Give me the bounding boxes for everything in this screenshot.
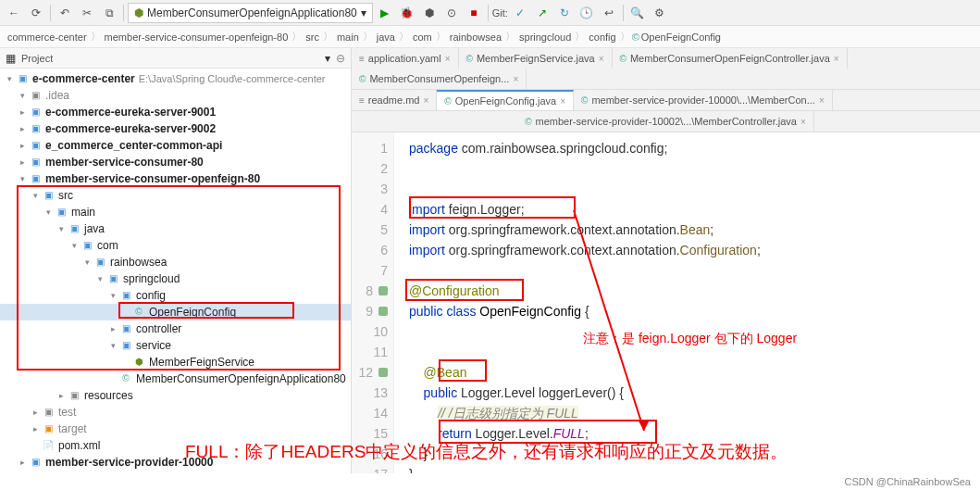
code-line[interactable]: import feign.Logger;	[409, 199, 761, 220]
tree-node[interactable]: ▾▣member-service-consumer-openfeign-80	[0, 170, 351, 187]
code-line[interactable]	[409, 158, 761, 179]
tab-label: MemberFeignService.java	[477, 53, 595, 64]
tree-node[interactable]: ▸▣e-commerce-eureka-server-9002	[0, 120, 351, 137]
code-line[interactable]	[409, 260, 761, 281]
folder-icon: ▣	[28, 455, 43, 470]
tree-label: config	[136, 287, 166, 304]
editor-tab[interactable]: ©MemberConsumerOpenfeign...×	[352, 69, 527, 89]
coverage-icon[interactable]: ⬢	[419, 3, 440, 23]
tree-label: controller	[136, 320, 181, 337]
editor-tab[interactable]: ©member-service-provider-10000\...\Membe…	[574, 90, 833, 110]
tree-node[interactable]: ▾▣rainbowsea	[0, 254, 351, 270]
tree-label: service	[136, 337, 171, 354]
code-line[interactable]: import org.springframework.context.annot…	[409, 240, 761, 260]
editor-tab[interactable]: ©member-service-provider-10002\...\Membe…	[517, 111, 814, 132]
close-icon[interactable]: ×	[800, 117, 806, 127]
tree-node[interactable]: ▸▣member-service-consumer-80	[0, 154, 351, 170]
settings-icon[interactable]: ⚙	[650, 3, 670, 23]
tree-node[interactable]: ▸▣resources	[0, 387, 351, 404]
tab-label: application.yaml	[368, 53, 441, 64]
editor-tab[interactable]: ©MemberConsumerOpenFeignController.java×	[613, 48, 848, 69]
debug-icon[interactable]: 🐞	[397, 3, 417, 23]
tree-node[interactable]: ▾▣java	[0, 220, 351, 237]
cut-icon[interactable]: ✂	[77, 3, 97, 23]
run-icon[interactable]: ▶	[375, 3, 395, 23]
tree-node[interactable]: ▸▣test	[0, 404, 351, 421]
page-footer: CSDN @ChinaRainbowSea	[0, 473, 980, 490]
tree-node[interactable]: ▸▣e_commerce_center-common-api	[0, 137, 351, 154]
file-icon: ©	[620, 54, 626, 64]
git-update-icon[interactable]: ↻	[554, 3, 575, 23]
tree-node[interactable]: ▾▣.idea	[0, 87, 351, 104]
tree-node[interactable]: ▾▣src	[0, 187, 351, 204]
tree-node[interactable]: ▸▣target	[0, 421, 351, 437]
undo-icon[interactable]: ↶	[55, 3, 75, 23]
sidebar-dropdown-icon[interactable]: ▾	[325, 52, 330, 65]
tree-label: rainbowsea	[110, 254, 167, 270]
code-line[interactable]: public Logger.Level loggerLever() {	[409, 383, 761, 403]
git-push-icon[interactable]: ↗	[532, 3, 552, 23]
git-history-icon[interactable]: 🕒	[577, 3, 597, 23]
code-content[interactable]: package com.rainbowsea.springcloud.confi…	[394, 132, 761, 484]
git-pull-icon[interactable]: ✓	[510, 3, 530, 23]
git-label: Git:	[492, 7, 508, 19]
file-icon: ©	[466, 54, 473, 64]
folder-icon: ▣	[105, 271, 120, 286]
breadcrumb[interactable]: commerce-center〉member-service-consumer-…	[0, 26, 980, 48]
code-line[interactable]: public class OpenFeignConfig {	[409, 301, 761, 321]
root-label: e-commerce-center	[32, 70, 135, 87]
run-config-dropdown[interactable]: ⬢ MemberConsumerOpenfeignApplication80 ▾	[128, 3, 373, 23]
code-line[interactable]: @Configuration	[409, 281, 761, 301]
close-icon[interactable]: ×	[513, 74, 518, 84]
close-icon[interactable]: ×	[599, 54, 604, 64]
project-tree[interactable]: ▾ ▣ e-commerce-center E:\Java\Spring Clo…	[0, 69, 351, 473]
code-line[interactable]: @Bean	[409, 362, 761, 383]
tab-label: readme.md	[368, 94, 420, 106]
editor-tab[interactable]: ©MemberFeignService.java×	[459, 48, 613, 69]
refresh-icon[interactable]: ⟳	[26, 3, 46, 23]
tree-node[interactable]: ▾▣com	[0, 237, 351, 254]
main-toolbar: ← ⟳ ↶ ✂ ⧉ ⬢ MemberConsumerOpenfeignAppli…	[0, 0, 980, 26]
tree-node[interactable]: ⬢MemberFeignService	[0, 354, 351, 371]
tree-node[interactable]: ©MemberConsumerOpenfeignApplication80	[0, 371, 351, 387]
tree-root[interactable]: ▾ ▣ e-commerce-center E:\Java\Spring Clo…	[0, 70, 351, 87]
git-rollback-icon[interactable]: ↩	[599, 3, 619, 23]
tree-node[interactable]: ▾▣springcloud	[0, 270, 351, 287]
close-icon[interactable]: ×	[423, 95, 428, 106]
code-line[interactable]: // /日志级别指定为 FULL	[409, 403, 761, 423]
code-line[interactable]	[409, 179, 761, 199]
close-icon[interactable]: ×	[560, 96, 565, 107]
search-icon[interactable]: 🔍	[627, 3, 648, 23]
tree-node[interactable]: ▸▣e-commerce-eureka-server-9001	[0, 104, 351, 120]
close-icon[interactable]: ×	[834, 54, 839, 64]
code-line[interactable]: package com.rainbowsea.springcloud.confi…	[409, 138, 761, 158]
folder-icon: ▣	[28, 171, 43, 186]
tree-node[interactable]: ▾▣service	[0, 337, 351, 354]
folder-icon: ▣	[28, 121, 43, 136]
editor-tab[interactable]: ≡readme.md×	[352, 90, 437, 110]
folder-icon: ▣	[118, 288, 133, 303]
file-icon: ©	[359, 74, 366, 84]
stop-icon[interactable]: ■	[464, 3, 484, 23]
tree-label: resources	[84, 387, 133, 404]
editor-tab[interactable]: ©OpenFeignConfig.java×	[437, 90, 574, 110]
copy-icon[interactable]: ⧉	[99, 3, 119, 23]
file-icon: 📄	[41, 438, 56, 453]
profile-icon[interactable]: ⊙	[441, 3, 462, 23]
code-editor[interactable]: 12345678 9 101112 1314151617 package com…	[352, 132, 980, 484]
class-icon: ©	[131, 305, 146, 320]
tree-label: MemberConsumerOpenfeignApplication80	[136, 371, 346, 387]
tree-node[interactable]: ▸▣controller	[0, 320, 351, 337]
collapse-icon[interactable]: ⊖	[336, 52, 345, 65]
tree-node[interactable]: ▾▣config	[0, 287, 351, 304]
footer-text: CSDN @ChinaRainbowSea	[844, 476, 971, 487]
close-icon[interactable]: ×	[819, 95, 825, 106]
tree-node[interactable]: ▾▣main	[0, 204, 351, 220]
editor-tab[interactable]: ≡application.yaml×	[352, 48, 459, 69]
editor-tabs-row1: ≡application.yaml×©MemberFeignService.ja…	[352, 48, 980, 90]
back-icon[interactable]: ←	[4, 3, 24, 23]
code-line[interactable]: import org.springframework.context.annot…	[409, 220, 761, 240]
tree-node[interactable]: ©OpenFeignConfig	[0, 304, 351, 320]
folder-gray-icon: ▣	[67, 388, 81, 403]
close-icon[interactable]: ×	[445, 54, 451, 64]
